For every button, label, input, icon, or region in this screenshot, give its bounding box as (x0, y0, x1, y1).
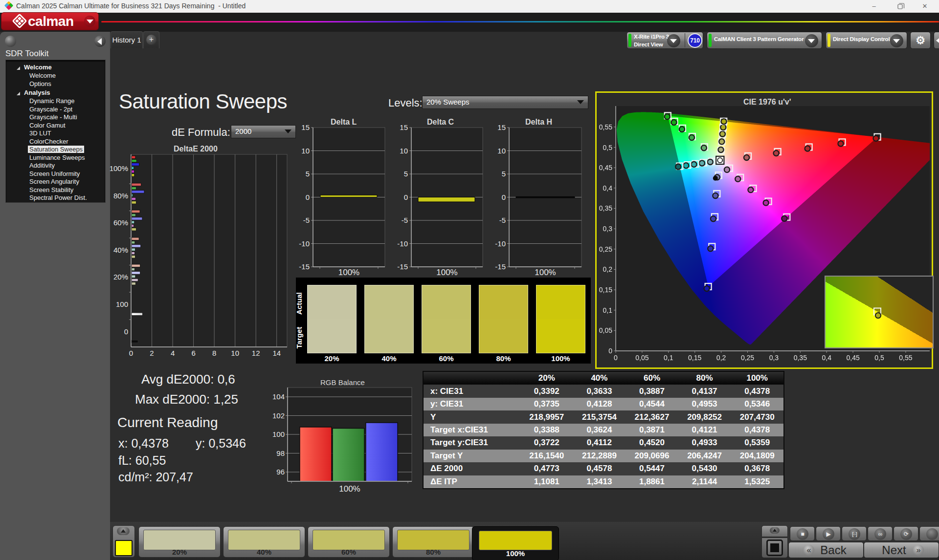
svg-text:0,45: 0,45 (846, 354, 859, 362)
svg-text:0,5: 0,5 (874, 354, 884, 362)
svg-text:80%: 80% (113, 192, 128, 200)
svg-text:0,3: 0,3 (603, 225, 613, 233)
svg-text:2: 2 (150, 349, 154, 357)
svg-text:4: 4 (171, 349, 175, 357)
svg-text:102: 102 (272, 411, 285, 420)
svg-text:-15: -15 (397, 262, 408, 271)
svg-text:15: 15 (301, 125, 310, 131)
svg-text:-5: -5 (402, 216, 408, 224)
svg-text:0,4: 0,4 (603, 184, 613, 192)
svg-text:8: 8 (212, 349, 216, 357)
svg-text:0: 0 (124, 327, 128, 336)
svg-text:14: 14 (272, 349, 281, 357)
svg-text:100%: 100% (110, 164, 128, 172)
svg-text:60%: 60% (113, 218, 128, 227)
svg-text:0,2: 0,2 (603, 265, 613, 273)
svg-text:-5: -5 (303, 216, 310, 224)
svg-text:0,15: 0,15 (599, 286, 612, 294)
svg-text:0,5: 0,5 (603, 144, 613, 151)
svg-text:0,55: 0,55 (599, 123, 612, 131)
svg-text:20%: 20% (113, 273, 128, 281)
svg-text:0,55: 0,55 (899, 354, 912, 362)
svg-text:0,25: 0,25 (599, 245, 612, 253)
svg-text:100: 100 (116, 300, 128, 308)
svg-text:5: 5 (502, 170, 506, 178)
svg-text:0: 0 (614, 354, 618, 362)
svg-text:100%: 100% (338, 268, 359, 277)
svg-text:98: 98 (276, 449, 285, 457)
svg-text:0,35: 0,35 (599, 204, 612, 212)
svg-text:100%: 100% (535, 268, 556, 277)
svg-text:0,1: 0,1 (664, 354, 673, 362)
svg-text:0,35: 0,35 (794, 354, 807, 362)
svg-text:calman: calman (28, 14, 74, 29)
svg-text:100%: 100% (436, 268, 457, 277)
svg-text:0: 0 (404, 193, 408, 201)
svg-text:0: 0 (608, 347, 612, 355)
svg-text:0,45: 0,45 (599, 164, 612, 172)
svg-text:0: 0 (129, 349, 133, 357)
svg-text:100: 100 (272, 430, 285, 438)
svg-text:0,3: 0,3 (769, 354, 779, 362)
svg-text:10: 10 (301, 147, 310, 155)
svg-text:-10: -10 (299, 239, 310, 248)
svg-text:-5: -5 (499, 216, 506, 224)
svg-text:5: 5 (306, 170, 310, 178)
svg-text:0,2: 0,2 (716, 354, 726, 362)
svg-text:96: 96 (276, 468, 285, 476)
svg-text:104: 104 (272, 392, 285, 401)
svg-text:0,05: 0,05 (599, 326, 612, 334)
svg-text:15: 15 (497, 125, 506, 131)
svg-text:10: 10 (497, 147, 506, 155)
svg-text:0,1: 0,1 (603, 306, 613, 314)
svg-text:15: 15 (400, 125, 408, 131)
svg-text:10: 10 (231, 349, 239, 357)
svg-text:10: 10 (400, 147, 408, 155)
svg-text:0,25: 0,25 (741, 354, 754, 362)
svg-text:-15: -15 (299, 262, 310, 271)
svg-text:12: 12 (252, 349, 260, 357)
svg-text:-10: -10 (397, 239, 408, 248)
svg-text:6: 6 (191, 349, 195, 357)
svg-text:100%: 100% (339, 484, 360, 494)
svg-text:40%: 40% (113, 246, 128, 254)
svg-text:0,05: 0,05 (635, 354, 648, 362)
svg-text:5: 5 (404, 170, 408, 178)
svg-text:0,15: 0,15 (688, 354, 701, 362)
svg-text:0: 0 (306, 193, 310, 201)
svg-text:-15: -15 (495, 262, 506, 271)
svg-text:-10: -10 (495, 239, 506, 248)
svg-text:0: 0 (502, 193, 506, 201)
svg-text:0,4: 0,4 (822, 354, 831, 362)
